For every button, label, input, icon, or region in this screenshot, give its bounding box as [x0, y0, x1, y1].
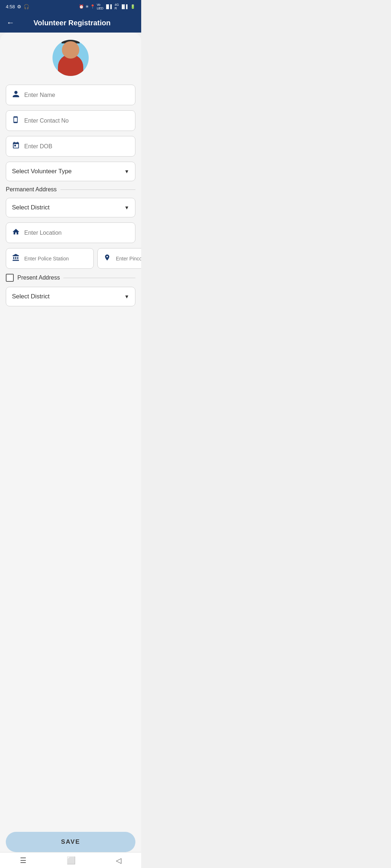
headphone-icon: 🎧: [24, 4, 29, 9]
permanent-address-label: Permanent Address: [6, 186, 57, 193]
pincode-input[interactable]: [116, 256, 141, 261]
battery-icon: 🔋: [130, 4, 135, 9]
pincode-field-wrapper: [97, 248, 141, 269]
app-header: ← Volunteer Registration: [0, 13, 141, 33]
district-label: Select District: [12, 204, 50, 211]
district-dropdown-2[interactable]: Select District ▼: [6, 287, 135, 306]
page-title: Volunteer Registration: [20, 19, 124, 27]
district-label-2: Select District: [12, 293, 50, 300]
back-button[interactable]: ←: [7, 18, 14, 27]
menu-icon[interactable]: ☰: [20, 856, 26, 865]
avatar-section: [6, 40, 135, 76]
chevron-down-icon: ▼: [124, 169, 129, 174]
back-nav-icon[interactable]: ◁: [116, 856, 121, 865]
avatar-head: [62, 41, 79, 59]
volunteer-type-dropdown[interactable]: Select Volunteer Type ▼: [6, 162, 135, 181]
present-address-section: Present Address: [6, 274, 135, 282]
dob-field-wrapper: [6, 136, 135, 157]
avatar[interactable]: [52, 40, 89, 76]
phone-icon: [12, 116, 20, 125]
section-divider: [60, 190, 135, 190]
present-address-label: Present Address: [17, 275, 60, 281]
time-display: 4:58: [6, 4, 15, 9]
bluetooth-icon: ✳: [85, 4, 89, 9]
police-pincode-row: [6, 248, 135, 269]
district-dropdown[interactable]: Select District ▼: [6, 198, 135, 217]
dob-input[interactable]: [24, 143, 129, 150]
status-bar: 4:58 ⚙ 🎧 ⏰ ✳ 📍 VoLtED ▐▌▌ 4GR ▐▌▌ 🔋: [0, 0, 141, 13]
location-icon: 📍: [90, 4, 95, 9]
avatar-body: [58, 54, 83, 76]
gear-icon: ⚙: [17, 4, 21, 9]
contact-field-wrapper: [6, 110, 135, 131]
volunteer-type-label: Select Volunteer Type: [12, 168, 72, 175]
name-input[interactable]: [24, 92, 129, 98]
save-button[interactable]: SAVE: [6, 832, 135, 852]
form-content: Select Volunteer Type ▼ Permanent Addres…: [0, 33, 141, 864]
status-left: 4:58 ⚙ 🎧: [6, 4, 29, 9]
save-button-wrapper: SAVE: [0, 832, 141, 852]
location-input[interactable]: [24, 230, 129, 236]
bottom-navigation: ☰ ⬜ ◁: [0, 852, 141, 864]
name-field-wrapper: [6, 85, 135, 105]
calendar-icon: [12, 141, 20, 151]
signal2-icon: ▐▌▌: [121, 4, 129, 9]
vo-lied-label: VoLtED: [97, 3, 103, 10]
alarm-icon: ⏰: [79, 4, 84, 9]
pin-icon: [104, 254, 112, 263]
person-icon: [12, 90, 20, 100]
4g-r-label: 4GR: [115, 3, 119, 10]
location-field-wrapper: [6, 222, 135, 243]
section-divider2: [63, 278, 135, 278]
permanent-address-section: Permanent Address: [6, 186, 135, 193]
home-nav-icon[interactable]: ⬜: [67, 856, 76, 865]
present-address-checkbox[interactable]: [6, 274, 14, 282]
status-right: ⏰ ✳ 📍 VoLtED ▐▌▌ 4GR ▐▌▌ 🔋: [79, 3, 135, 10]
police-station-field-wrapper: [6, 248, 94, 269]
contact-input[interactable]: [24, 118, 129, 124]
district-chevron-icon: ▼: [124, 205, 129, 210]
district2-chevron-icon: ▼: [124, 294, 129, 299]
signal1-icon: ▐▌▌: [105, 4, 113, 9]
home-icon: [12, 228, 20, 238]
police-station-icon: [12, 254, 20, 263]
police-station-input[interactable]: [24, 256, 88, 261]
